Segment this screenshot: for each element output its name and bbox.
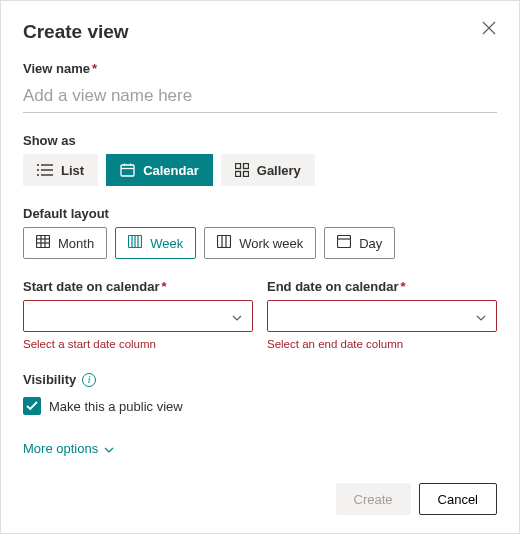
- dialog-title: Create view: [23, 21, 497, 43]
- list-icon: [37, 163, 53, 177]
- end-date-label-text: End date on calendar: [267, 279, 398, 294]
- day-icon: [337, 235, 351, 251]
- close-button[interactable]: [477, 17, 501, 41]
- gallery-icon: [235, 163, 249, 177]
- show-as-calendar[interactable]: Calendar: [106, 154, 213, 186]
- view-name-label-text: View name: [23, 61, 90, 76]
- default-layout-label: Default layout: [23, 206, 497, 221]
- public-view-label: Make this a public view: [49, 399, 183, 414]
- default-layout-group: Month Week Work week Day: [23, 227, 497, 259]
- more-options-toggle[interactable]: More options: [23, 441, 114, 456]
- create-view-dialog: Create view View name* Show as List Cale…: [0, 0, 520, 534]
- info-icon[interactable]: i: [82, 373, 96, 387]
- show-as-label: Show as: [23, 133, 497, 148]
- calendar-icon: [120, 163, 135, 177]
- start-date-label: Start date on calendar*: [23, 279, 253, 294]
- layout-workweek-label: Work week: [239, 236, 303, 251]
- end-date-error: Select an end date column: [267, 338, 497, 350]
- show-as-gallery[interactable]: Gallery: [221, 154, 315, 186]
- svg-rect-12: [235, 172, 240, 177]
- required-asterisk: *: [92, 61, 97, 76]
- workweek-icon: [217, 235, 231, 251]
- start-date-dropdown[interactable]: [23, 300, 253, 332]
- show-as-list[interactable]: List: [23, 154, 98, 186]
- cancel-button[interactable]: Cancel: [419, 483, 497, 515]
- layout-workweek[interactable]: Work week: [204, 227, 316, 259]
- svg-rect-13: [243, 172, 248, 177]
- chevron-down-icon: [476, 309, 486, 324]
- svg-rect-11: [243, 164, 248, 169]
- view-name-label: View name*: [23, 61, 497, 76]
- svg-rect-23: [218, 236, 231, 248]
- svg-rect-6: [121, 165, 134, 176]
- required-asterisk: *: [162, 279, 167, 294]
- check-icon: [26, 399, 38, 414]
- visibility-heading: Visibility i: [23, 372, 497, 387]
- close-icon: [482, 21, 496, 38]
- create-button[interactable]: Create: [336, 483, 411, 515]
- end-date-dropdown[interactable]: [267, 300, 497, 332]
- month-icon: [36, 235, 50, 251]
- layout-month[interactable]: Month: [23, 227, 107, 259]
- public-view-checkbox[interactable]: [23, 397, 41, 415]
- svg-rect-10: [235, 164, 240, 169]
- layout-week-label: Week: [150, 236, 183, 251]
- dialog-footer: Create Cancel: [336, 483, 498, 515]
- svg-rect-26: [338, 236, 351, 248]
- show-as-list-label: List: [61, 163, 84, 178]
- visibility-label: Visibility: [23, 372, 76, 387]
- layout-day[interactable]: Day: [324, 227, 395, 259]
- svg-rect-14: [37, 236, 50, 248]
- end-date-label: End date on calendar*: [267, 279, 497, 294]
- show-as-gallery-label: Gallery: [257, 163, 301, 178]
- show-as-calendar-label: Calendar: [143, 163, 199, 178]
- chevron-down-icon: [104, 441, 114, 456]
- more-options-label: More options: [23, 441, 98, 456]
- layout-week[interactable]: Week: [115, 227, 196, 259]
- chevron-down-icon: [232, 309, 242, 324]
- required-asterisk: *: [400, 279, 405, 294]
- start-date-label-text: Start date on calendar: [23, 279, 160, 294]
- start-date-error: Select a start date column: [23, 338, 253, 350]
- week-icon: [128, 235, 142, 251]
- layout-month-label: Month: [58, 236, 94, 251]
- view-name-input[interactable]: [23, 82, 497, 113]
- show-as-group: List Calendar Gallery: [23, 154, 497, 186]
- layout-day-label: Day: [359, 236, 382, 251]
